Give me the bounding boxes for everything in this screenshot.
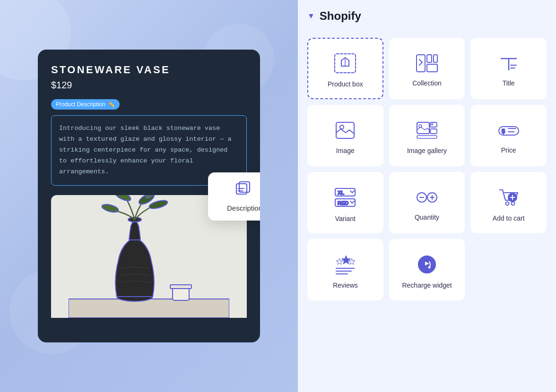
svg-text:★: ★ <box>348 257 356 266</box>
widget-label-variant: Variant <box>335 215 356 222</box>
widget-item-add-to-cart[interactable]: Add to cart <box>470 172 547 233</box>
svg-rect-24 <box>417 122 429 134</box>
widget-item-title[interactable]: Title <box>470 38 547 99</box>
tooltip-label: Description <box>217 204 260 212</box>
svg-rect-29 <box>417 136 437 138</box>
quantity-icon <box>415 187 439 208</box>
collection-icon <box>415 53 439 74</box>
widget-label-image: Image <box>336 147 355 154</box>
svg-rect-1 <box>173 287 189 300</box>
add-to-cart-icon <box>497 186 521 209</box>
title-icon <box>497 53 520 74</box>
svg-rect-0 <box>69 299 229 318</box>
widget-item-reviews[interactable]: ★ ★ ★ Reviews <box>307 239 383 300</box>
svg-text:RED: RED <box>338 200 348 206</box>
description-tooltip: ✛ Description <box>208 172 260 221</box>
product-title: STONEWARE VASE <box>51 64 247 76</box>
widget-item-image[interactable]: Image <box>307 105 383 166</box>
svg-rect-2 <box>170 285 191 289</box>
price-icon: $ <box>497 120 521 141</box>
product-description-badge: Product Description ✏️ <box>51 99 120 110</box>
svg-text:$: $ <box>502 128 505 135</box>
svg-point-27 <box>431 123 433 125</box>
svg-rect-17 <box>427 55 432 62</box>
widget-label-reviews: Reviews <box>333 281 358 289</box>
section-header: ▼ Shopify <box>307 9 547 27</box>
edit-icon: ✏️ <box>108 101 115 108</box>
section-title: Shopify <box>320 9 361 23</box>
tooltip-description-icon <box>217 181 260 201</box>
image-icon <box>333 119 357 141</box>
svg-rect-19 <box>427 64 437 72</box>
widget-item-product-box[interactable]: Product box <box>307 38 383 99</box>
widget-label-quantity: Quantity <box>415 213 439 221</box>
svg-rect-18 <box>434 55 437 62</box>
svg-point-23 <box>340 125 344 129</box>
product-price: $129 <box>51 80 247 91</box>
widget-item-image-gallery[interactable]: Image gallery <box>389 105 465 166</box>
widget-item-collection[interactable]: Collection <box>389 38 465 99</box>
reviews-icon: ★ ★ ★ <box>333 253 357 276</box>
right-panel: ▼ Shopify Product box <box>298 0 556 392</box>
widget-item-recharge-widget[interactable]: Recharge widget <box>389 239 465 300</box>
widget-item-price[interactable]: $ Price <box>470 105 547 166</box>
product-card: STONEWARE VASE $129 Product Description … <box>38 50 260 342</box>
description-text: Introducing our sleek black stoneware va… <box>59 123 239 178</box>
widget-label-title: Title <box>503 79 515 87</box>
chevron-down-icon: ▼ <box>307 12 315 20</box>
product-box-icon <box>333 52 357 75</box>
image-gallery-icon <box>415 119 439 141</box>
svg-text:XL: XL <box>338 190 344 196</box>
recharge-widget-icon <box>415 253 439 276</box>
widget-grid: Product box Collection <box>307 38 547 300</box>
svg-point-6 <box>114 195 132 203</box>
widget-label-add-to-cart: Add to cart <box>493 214 525 222</box>
widget-label-collection: Collection <box>412 79 441 87</box>
widget-label-image-gallery: Image gallery <box>407 147 447 154</box>
widget-label-price: Price <box>501 146 516 154</box>
variant-icon: XL RED <box>333 186 357 209</box>
widget-label-recharge-widget: Recharge widget <box>402 281 452 289</box>
badge-label: Product Description <box>56 101 105 108</box>
svg-point-8 <box>101 203 119 213</box>
widget-label-product-box: Product box <box>328 80 363 88</box>
svg-point-43 <box>505 202 509 205</box>
svg-rect-28 <box>430 129 437 134</box>
svg-point-44 <box>511 202 514 205</box>
widget-item-quantity[interactable]: Quantity <box>389 172 465 233</box>
left-panel: STONEWARE VASE $129 Product Description … <box>0 0 298 392</box>
widget-item-variant[interactable]: XL RED Variant <box>307 172 383 233</box>
